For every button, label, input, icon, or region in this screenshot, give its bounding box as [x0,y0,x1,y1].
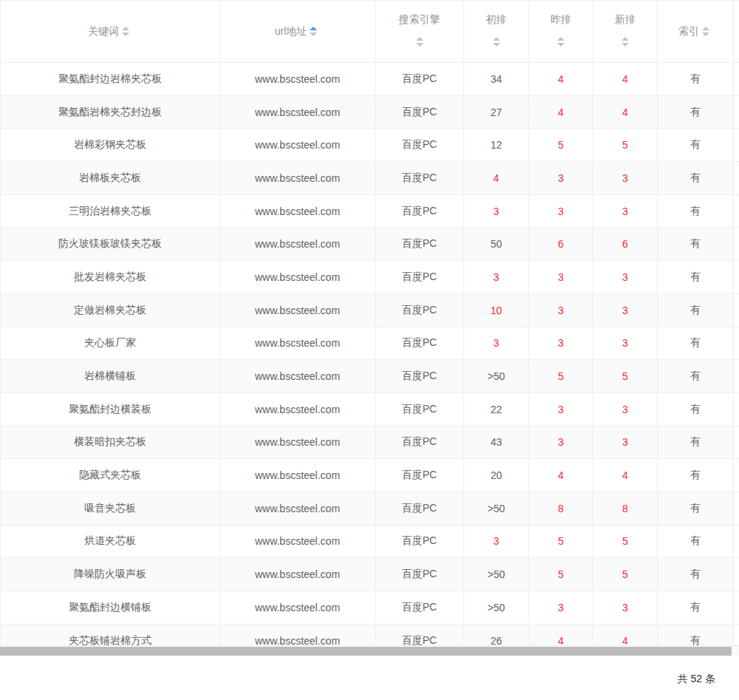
sort-caret-icon [119,24,132,40]
table-row: 定做岩棉夹芯板 www.bscsteel.com 百度PC 10 3 3 有 [0,294,739,327]
scrollbar-gutter [734,261,739,294]
cell-yesterday-rank: 3 [529,427,593,460]
cell-initial-rank: 50 [464,228,529,261]
column-header-engine[interactable]: 搜索引擎 [375,1,464,63]
cell-index-status: 有 [658,558,734,591]
cell-yesterday-rank: 3 [529,294,593,327]
cell-new-rank: 6 [593,228,658,261]
scrollbar-gutter [734,492,739,526]
cell-new-rank: 3 [593,393,658,427]
cell-search-engine: 百度PC [375,162,464,195]
cell-yesterday-rank: 3 [529,162,593,195]
cell-url: www.bscsteel.com [220,129,375,162]
cell-keyword: 岩棉彩钢夹芯板 [0,129,220,162]
cell-new-rank: 3 [593,427,658,460]
cell-new-rank: 3 [593,261,658,294]
column-header-keyword[interactable]: 关键词 [0,1,220,63]
cell-yesterday-rank: 4 [529,63,593,96]
cell-url: www.bscsteel.com [220,327,375,361]
column-label: 关键词 [88,25,119,38]
cell-index-status: 有 [658,63,734,96]
cell-keyword: 聚氨酯封边横装板 [0,393,220,427]
scrollbar-gutter [734,558,739,591]
cell-search-engine: 百度PC [375,591,464,625]
table-row: 岩棉横铺板 www.bscsteel.com 百度PC >50 5 5 有 [0,360,739,393]
scrollbar-gutter [734,591,739,625]
cell-keyword: 横装暗扣夹芯板 [0,427,220,460]
keyword-rank-table: 关键词 url地址 搜索引擎 [0,0,739,656]
cell-yesterday-rank: 3 [529,591,593,625]
cell-yesterday-rank: 3 [529,261,593,294]
cell-keyword: 降噪防火吸声板 [0,558,220,591]
cell-yesterday-rank: 5 [529,526,593,559]
cell-keyword: 聚氨酯岩棉夹芯封边板 [0,96,220,129]
table-row: 岩棉板夹芯板 www.bscsteel.com 百度PC 4 3 3 有 [0,162,739,195]
cell-index-status: 有 [658,327,734,361]
cell-url: www.bscsteel.com [220,558,375,591]
table-row: 吸音夹芯板 www.bscsteel.com 百度PC >50 8 8 有 [0,492,739,526]
cell-url: www.bscsteel.com [220,492,375,526]
column-label: 昨排 [551,13,571,27]
table-row: 烘道夹芯板 www.bscsteel.com 百度PC 3 5 5 有 [0,526,739,559]
cell-initial-rank: 27 [464,96,529,129]
horizontal-scrollbar-thumb[interactable] [0,647,732,656]
table-row: 批发岩棉夹芯板 www.bscsteel.com 百度PC 3 3 3 有 [0,261,739,294]
cell-initial-rank: >50 [464,558,529,591]
column-header-index[interactable]: 索引 [658,1,734,63]
column-header-initial-rank[interactable]: 初排 [464,1,529,63]
cell-index-status: 有 [658,360,734,393]
cell-search-engine: 百度PC [375,129,464,162]
cell-new-rank: 5 [593,558,658,591]
cell-search-engine: 百度PC [375,459,464,492]
cell-keyword: 定做岩棉夹芯板 [0,294,220,327]
scrollbar-gutter [734,228,739,261]
cell-url: www.bscsteel.com [220,427,375,460]
table-row: 夹心板厂家 www.bscsteel.com 百度PC 3 3 3 有 [0,327,739,361]
table-row: 聚氨酯封边岩棉夹芯板 www.bscsteel.com 百度PC 34 4 4 … [0,63,739,96]
cell-keyword: 岩棉板夹芯板 [0,162,220,195]
cell-yesterday-rank: 4 [529,459,593,492]
cell-index-status: 有 [658,526,734,559]
cell-yesterday-rank: 4 [529,96,593,129]
cell-search-engine: 百度PC [375,327,464,361]
column-label: url地址 [275,25,307,38]
cell-search-engine: 百度PC [375,427,464,460]
table-row: 降噪防火吸声板 www.bscsteel.com 百度PC >50 5 5 有 [0,558,739,591]
scrollbar-gutter [734,1,739,63]
cell-initial-rank: >50 [464,492,529,526]
cell-url: www.bscsteel.com [220,261,375,294]
column-header-new-rank[interactable]: 新排 [593,1,658,63]
cell-new-rank: 4 [593,63,658,96]
scrollbar-gutter [734,162,739,195]
cell-url: www.bscsteel.com [220,63,375,96]
cell-url: www.bscsteel.com [220,195,375,228]
cell-search-engine: 百度PC [375,261,464,294]
cell-search-engine: 百度PC [375,526,464,559]
cell-index-status: 有 [658,393,734,427]
column-header-url[interactable]: url地址 [220,1,375,63]
cell-yesterday-rank: 3 [529,393,593,427]
cell-yesterday-rank: 5 [529,360,593,393]
cell-new-rank: 3 [593,327,658,361]
cell-index-status: 有 [658,195,734,228]
cell-initial-rank: 4 [464,162,529,195]
cell-new-rank: 5 [593,129,658,162]
scrollbar-gutter [734,526,739,559]
cell-initial-rank: >50 [464,591,529,625]
cell-index-status: 有 [658,96,734,129]
cell-index-status: 有 [658,129,734,162]
horizontal-scrollbar [0,645,739,656]
cell-keyword: 三明治岩棉夹芯板 [0,195,220,228]
table-body: 聚氨酯封边岩棉夹芯板 www.bscsteel.com 百度PC 34 4 4 … [0,63,739,656]
scrollbar-gutter [734,360,739,393]
cell-search-engine: 百度PC [375,558,464,591]
cell-new-rank: 4 [593,459,658,492]
cell-new-rank: 4 [593,96,658,129]
scrollbar-gutter [734,195,739,228]
sort-caret-icon [307,24,320,40]
column-header-yesterday-rank[interactable]: 昨排 [529,1,593,63]
scrollbar-gutter [734,327,739,361]
scrollbar-gutter [734,459,739,492]
column-label: 初排 [486,13,507,27]
cell-url: www.bscsteel.com [220,591,375,625]
